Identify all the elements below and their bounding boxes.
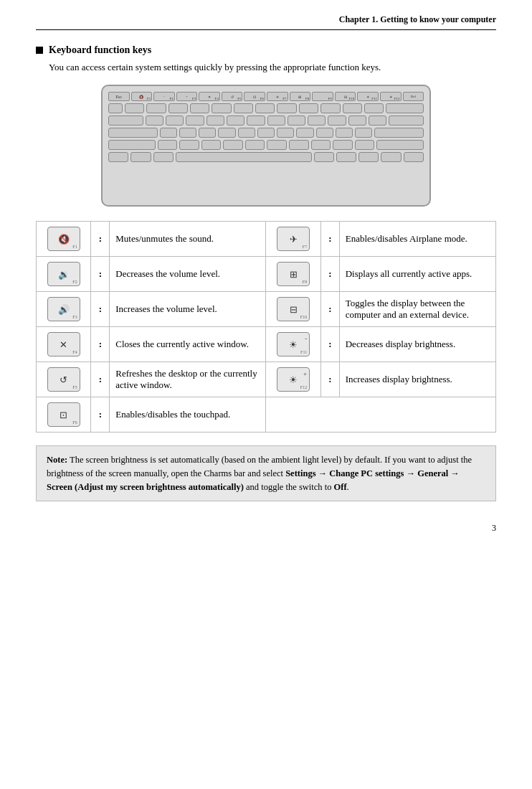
fkey-f7-desc: Enables/disables Airplane mode. — [339, 222, 495, 257]
vol-down-icon: 🔉 — [58, 270, 70, 279]
key-f7: ✈F7 — [267, 92, 288, 101]
key-4 — [190, 103, 209, 113]
fkey-f3-icon-cell: 🔊 F3 — [37, 292, 91, 327]
colon-f2: : — [91, 257, 110, 292]
fkey-row-f1-f7: 🔇 F1 : Mutes/unmutes the sound. ✈ F7 : E… — [37, 222, 496, 257]
key-f — [218, 128, 235, 138]
fkey-f5-desc: Refreshes the desktop or the currently a… — [110, 362, 266, 397]
chapter-title: Chapter 1. Getting to know your computer — [339, 14, 496, 24]
key-w — [166, 115, 184, 126]
key-f11: ☀F11 — [357, 92, 379, 101]
note-text-3: . — [347, 482, 349, 492]
key-f8: ⊞F8 — [290, 92, 311, 101]
note-box: Note: The screen brightness is set autom… — [36, 445, 496, 501]
key-2 — [146, 103, 166, 113]
key-s — [179, 128, 196, 138]
key-equals — [364, 103, 384, 113]
colon-f11: : — [320, 327, 339, 362]
key-h — [257, 128, 275, 138]
fkey-f1-icon-cell: 🔇 F1 — [37, 222, 91, 257]
fkey-f10-icon: ⊟ F10 — [277, 297, 310, 321]
fkey-f4-desc: Closes the currently active window. — [110, 327, 266, 362]
key-f1: 🔇F1 — [131, 92, 153, 101]
close-window-icon: ✕ — [60, 340, 67, 349]
fkey-f8-icon: ⊞ F8 — [277, 262, 310, 286]
colon-f12: : — [320, 362, 339, 397]
fkey-f3-desc: Increases the volume level. — [110, 292, 266, 327]
fkey-row-f4-f11: ✕ F4 : Closes the currently active windo… — [37, 327, 496, 362]
fkey-f8-desc: Displays all currently active apps. — [339, 257, 495, 292]
key-u — [267, 115, 285, 126]
key-7 — [255, 103, 275, 113]
key-right — [404, 152, 424, 162]
key-a — [160, 128, 177, 138]
key-f10: ⊟F10 — [335, 92, 356, 101]
key-i — [288, 115, 305, 126]
fkey-f10-desc: Toggles the display between the computer… — [339, 292, 495, 327]
key-del: Del — [403, 92, 424, 101]
colon-f7: : — [320, 222, 339, 257]
touchpad-icon: ⊡ — [60, 410, 67, 420]
key-n — [267, 140, 287, 150]
fkey-f7-icon-cell: ✈ F7 — [266, 222, 320, 257]
key-m — [289, 140, 309, 150]
key-f5: ↺F5 — [222, 92, 243, 101]
fkey-f2-desc: Decreases the volume level. — [110, 257, 266, 292]
key-8 — [277, 103, 296, 113]
key-c — [201, 140, 222, 150]
fkey-f2-icon: 🔉 F2 — [47, 262, 80, 286]
fkey-f11-icon: ☀ - F11 — [277, 332, 310, 356]
key-period — [333, 140, 353, 150]
key-p — [328, 115, 346, 126]
key-semicolon — [336, 128, 353, 138]
key-f9: F9 — [312, 92, 333, 101]
fkey-f2-icon-cell: 🔉 F2 — [37, 257, 91, 292]
key-ctrl-l — [130, 152, 151, 162]
fkey-f7-icon: ✈ F7 — [277, 227, 310, 251]
fkey-f4-icon-cell: ✕ F4 — [37, 327, 91, 362]
fkey-row-f5-f12: ↺ F5 : Refreshes the desktop or the curr… — [37, 362, 496, 397]
chapter-header: Chapter 1. Getting to know your computer — [36, 14, 496, 30]
key-left — [336, 152, 356, 162]
key-alt-r — [314, 152, 334, 162]
vol-up-icon: 🔊 — [58, 305, 70, 314]
fkey-f12-icon-cell: ☀ + F12 — [266, 362, 320, 397]
colon-f6: : — [91, 397, 110, 433]
key-z — [158, 140, 178, 150]
key-f12: ☀F12 — [380, 92, 402, 101]
fkey-f6-icon: ⊡ F6 — [47, 402, 80, 427]
keyboard-illustration: Esc 🔇F1 -F2 +F3 ✕F4 ↺F5 ⊡F6 ✈F7 ⊞F8 F9 ⊟… — [36, 85, 496, 207]
colon-f4: : — [91, 327, 110, 362]
fkey-row-f2-f8: 🔉 F2 : Decreases the volume level. ⊞ F8 … — [37, 257, 496, 292]
key-f2: -F2 — [153, 92, 175, 101]
key-q — [146, 115, 163, 126]
note-text-2: and toggle the switch to — [244, 482, 334, 492]
key-lbracket — [348, 115, 366, 126]
mute-icon: 🔇 — [58, 235, 70, 244]
bullet-icon — [36, 47, 43, 54]
refresh-icon: ↺ — [60, 375, 67, 384]
key-l — [316, 128, 333, 138]
section-subtitle: You can access certain system settings q… — [49, 62, 496, 73]
fkey-f11-desc: Decreases display brightness. — [339, 327, 495, 362]
display-toggle-icon: ⊟ — [290, 305, 298, 314]
key-rbracket — [369, 115, 386, 126]
key-6 — [234, 103, 253, 113]
key-rshift — [376, 140, 424, 150]
key-9 — [299, 103, 318, 113]
fkey-f8-icon-cell: ⊞ F8 — [266, 257, 320, 292]
colon-f10: : — [320, 292, 339, 327]
fkey-f1-icon: 🔇 F1 — [47, 227, 80, 251]
key-capslock — [108, 128, 158, 138]
note-bold-2: Off — [334, 482, 347, 492]
key-alt-l — [153, 152, 174, 162]
key-d — [199, 128, 216, 138]
section-title: Keyboard function keys — [49, 44, 151, 56]
key-r — [206, 115, 224, 126]
key-fn — [108, 152, 128, 162]
brightness-down-icon: ☀ — [289, 340, 298, 349]
key-esc: Esc — [108, 92, 130, 101]
apps-icon: ⊞ — [290, 270, 298, 279]
key-enter — [374, 128, 424, 138]
note-label: Note: — [47, 455, 67, 465]
